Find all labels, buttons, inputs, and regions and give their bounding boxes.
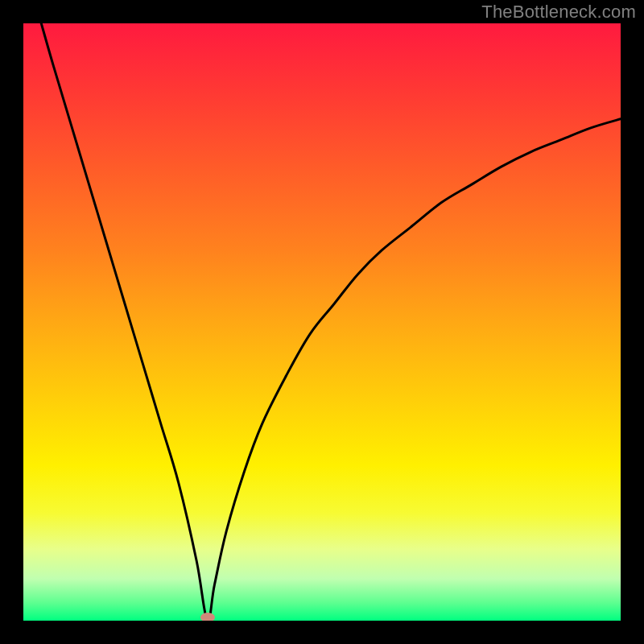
watermark-text: TheBottleneck.com <box>481 2 636 23</box>
minimum-marker <box>200 613 215 621</box>
plot-area <box>23 23 621 621</box>
curve-line <box>23 23 621 621</box>
chart-frame: TheBottleneck.com <box>0 0 644 644</box>
